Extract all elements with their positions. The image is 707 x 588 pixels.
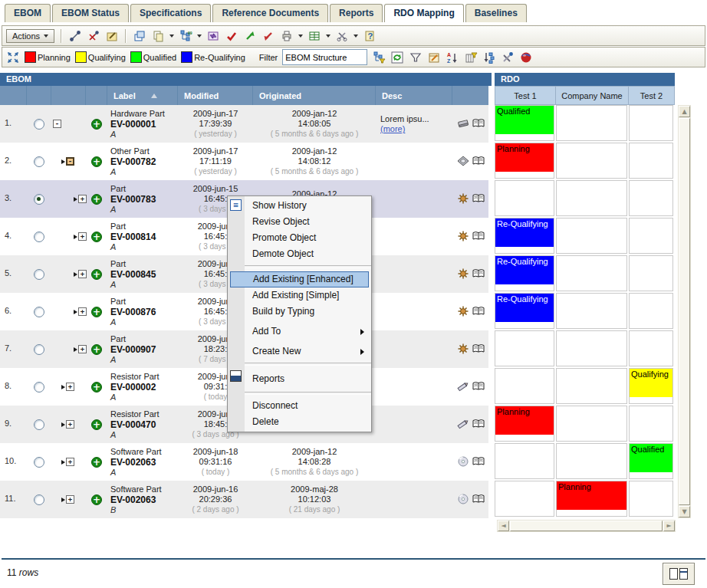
row-radio[interactable] [34,269,44,280]
tree-node[interactable]: - [61,157,74,166]
part-name[interactable]: EV-000907 [110,344,178,355]
rdo-cell-company[interactable] [556,255,627,291]
row-radio[interactable] [34,119,44,130]
rdo-cell-test2[interactable] [629,143,673,179]
rdo-cell-test2[interactable] [629,293,673,329]
tools-icon[interactable] [335,29,349,42]
rdo-cell-test1[interactable] [495,443,554,479]
add-child-button[interactable]: + [91,119,102,130]
copy-icon[interactable] [151,29,165,42]
add-child-button[interactable]: + [91,194,102,205]
split-view-button[interactable] [663,563,695,585]
tree-node[interactable]: + [74,232,87,241]
tree-node[interactable]: + [74,195,87,203]
vertical-scroll-thumb[interactable] [679,118,690,505]
rdo-cell-test1[interactable]: Qualified [495,105,554,141]
copy-dropdown-caret[interactable] [169,34,174,38]
column-header-originated[interactable]: Originated [253,86,376,105]
rdo-cell-test2[interactable] [629,255,673,291]
tree-node[interactable]: + [61,495,74,504]
row-radio[interactable] [34,232,44,242]
add-child-button[interactable]: + [91,156,102,167]
row-radio[interactable] [34,194,44,205]
scroll-right-button[interactable]: ► [663,521,675,531]
rdo-cell-test1[interactable] [495,330,554,366]
tree-node[interactable]: + [74,270,87,278]
tools-dropdown-caret[interactable] [354,34,358,38]
row-radio[interactable] [34,494,44,505]
windows-icon[interactable] [133,29,146,42]
rdo-cell-company[interactable]: Planning [556,481,627,517]
open-book-icon[interactable] [472,343,485,355]
add-child-button[interactable]: + [91,457,102,468]
add-child-button[interactable]: + [91,232,102,242]
part-name[interactable]: EV-002063 [110,457,178,468]
tree-node[interactable]: + [61,420,74,429]
menu-item-reports[interactable]: Reports [228,369,371,389]
part-name[interactable]: EV-000876 [110,307,178,317]
export-table-icon[interactable] [307,29,321,42]
rdo-cell-test1[interactable]: Planning [495,143,554,179]
rdo-cell-test2[interactable]: Qualified [629,443,673,479]
sort-az-icon[interactable]: AZ [446,51,459,64]
tree-expander[interactable]: + [66,495,74,504]
refresh-icon[interactable] [390,51,404,64]
open-book-icon[interactable] [472,193,485,205]
part-name[interactable]: EV-002063 [110,494,178,505]
rdo-cell-company[interactable] [556,293,627,329]
horizontal-scrollbar[interactable]: ◄ ► [497,520,676,532]
promote-icon[interactable] [243,29,257,42]
tree-node[interactable]: + [74,307,87,316]
tree-node[interactable]: + [61,383,74,391]
desc-more-link[interactable]: (more) [380,124,405,133]
rdo-cell-test2[interactable]: Qualifying [629,368,673,404]
visualize-sphere-icon[interactable] [519,51,533,64]
tree-expander[interactable]: + [66,383,74,391]
scroll-left-button[interactable]: ◄ [498,521,509,531]
scroll-down-button[interactable]: ▼ [679,506,690,517]
open-book-icon[interactable] [472,118,485,130]
column-filter-icon[interactable] [464,51,478,64]
rdo-cell-test1[interactable]: Planning [495,406,554,442]
funnel-icon[interactable] [409,51,423,64]
menu-item-delete[interactable]: Delete [228,414,371,430]
rdo-cell-test2[interactable] [629,481,673,517]
rdo-cell-company[interactable] [556,443,627,479]
rdo-cell-test1[interactable]: Re-Qualifying [495,255,554,291]
row-radio[interactable] [34,419,44,430]
tab-baselines[interactable]: Baselines [465,4,527,22]
part-name[interactable]: EV-000814 [110,232,178,242]
open-book-icon[interactable] [472,268,485,280]
tab-reference-documents[interactable]: Reference Documents [212,4,328,22]
row-radio[interactable] [34,307,44,317]
sort-structure-icon[interactable] [482,51,496,64]
menu-item-add-to[interactable]: Add To [228,324,371,340]
export-dropdown-caret[interactable] [326,34,330,38]
rdo-cell-company[interactable] [556,218,627,254]
row-radio[interactable] [34,344,44,355]
exchange-icon[interactable] [206,29,220,42]
part-name[interactable]: EV-000002 [110,382,178,393]
copy-structure-dropdown-caret[interactable] [197,34,202,38]
tab-specifications[interactable]: Specifications [130,4,211,22]
menu-item-demote-object[interactable]: Demote Object [228,246,371,262]
vertical-scrollbar[interactable]: ▲ ▼ [678,105,691,518]
connect-icon[interactable] [68,29,82,42]
disconnect-icon[interactable] [87,29,100,42]
edit-table-icon[interactable] [427,51,441,64]
add-child-button[interactable]: + [91,494,102,505]
tree-expander[interactable]: - [53,120,61,128]
rdo-column-header-2[interactable]: Company Name [556,86,629,105]
print-icon[interactable] [280,29,294,42]
rdo-cell-test2[interactable] [629,330,673,366]
add-child-button[interactable]: + [91,419,102,430]
open-book-icon[interactable] [472,306,485,317]
menu-item-add-existing-simple[interactable]: Add Existing [Simple] [228,287,371,304]
part-name[interactable]: EV-000470 [110,419,178,430]
rdo-cell-company[interactable] [556,330,627,366]
rdo-cell-test2[interactable] [629,180,673,216]
rdo-cell-company[interactable] [556,406,627,442]
help-icon[interactable]: ? [363,29,377,42]
menu-item-add-existing-enhanced[interactable]: Add Existing [Enhanced] [230,271,369,287]
tab-ebom-status[interactable]: EBOM Status [52,4,129,22]
